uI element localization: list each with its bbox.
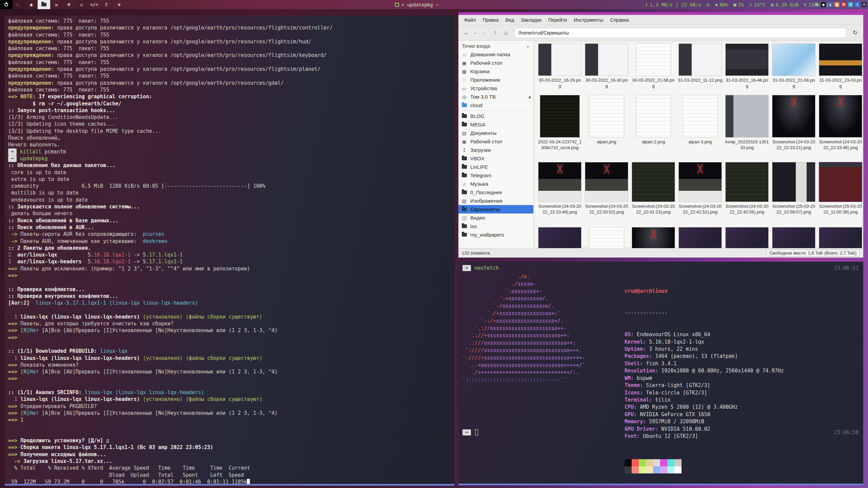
info-shell: Shell: fish 3.4.1 (625, 360, 784, 367)
file-item[interactable]: 30-03-2022_16-29.png (536, 43, 583, 94)
palette-swatch (646, 466, 653, 473)
firefox-icon[interactable]: ◉ (25, 0, 38, 9)
sidebar-item-VBOX[interactable]: VBOX (458, 154, 533, 163)
menu-item-Правка[interactable]: Правка (479, 16, 501, 24)
menu-item-Файл[interactable]: Файл (461, 16, 479, 24)
file-item[interactable]: 31-03-2022_23-03.png (817, 43, 863, 94)
keepassxc-icon[interactable]: ◈ (821, 2, 826, 7)
sidebar-item-Загрузки[interactable]: ↧Загрузки (458, 146, 533, 154)
terminal-line (8, 341, 451, 348)
sidebar-item-my_wallpapers[interactable]: my_wallpapers (458, 230, 533, 239)
file-item[interactable]: ksnip_20220323-130133.png (724, 94, 770, 161)
info-icon[interactable]: i (855, 2, 860, 7)
file-item[interactable]: 31-03-2022_16-46.png (724, 43, 770, 94)
menu-item-Инструменты[interactable]: Инструменты (571, 16, 606, 24)
menu-item-Закладки[interactable]: Закладки (518, 16, 545, 24)
power-icon[interactable] (0, 0, 13, 9)
sidebar-item-Устройства[interactable]: ▭Устройства (458, 84, 533, 93)
image-icon[interactable]: ▨ (75, 0, 88, 9)
key-icon[interactable]: ♇ (100, 0, 113, 9)
back-button[interactable]: ← (462, 28, 471, 38)
up-button[interactable]: ↑ (490, 28, 500, 38)
sidebar-item-Домашняя папка[interactable]: ⌂Домашняя папка (458, 50, 533, 59)
sidebar-item-Telegram[interactable]: Telegram (458, 171, 533, 180)
icon-view[interactable]: 30-03-2022_16-29.png30-03-2022_16-30.png… (534, 41, 863, 248)
sidebar-item-BLOG[interactable]: BLOG (458, 112, 533, 120)
sidebar-item-cloud[interactable]: cloud (458, 101, 533, 109)
mega-icon[interactable]: M (841, 2, 846, 7)
sidebar-item-Рабочий стол[interactable]: ▣Рабочий стол (458, 59, 533, 67)
file-item[interactable]: Screenshot-(24-03-2022_22:33:49).png (536, 161, 583, 226)
update-arrow-icon[interactable]: ▲ (828, 2, 833, 7)
sidebar-item-Музыка[interactable]: ♫Музыка (458, 180, 533, 188)
file-item[interactable]: Screenshot-(24-03-2022_22:41:52).png (677, 161, 724, 226)
sidebar-item-Корзина[interactable]: ▦Корзина (458, 67, 533, 76)
file-item[interactable]: Screenshot-(24-03-2022_22:41:23).png (630, 161, 677, 226)
update-terminal-window[interactable]: файловая система: 775 пакет: 755предупре… (5, 16, 454, 486)
file-item[interactable]: 31-03-2022_21-08.png (770, 43, 817, 94)
lamp-icon[interactable]: ☉ (862, 2, 867, 7)
history-dropdown[interactable]: ⌄ (473, 28, 478, 38)
file-item[interactable]: alpari.png (583, 94, 630, 161)
file-item[interactable]: Screenshot-(25-03-2022_10:59:07).png (770, 161, 817, 226)
chat-icon[interactable]: ✉ (50, 0, 63, 9)
sidebar-item-MEGA[interactable]: MEGA (458, 120, 533, 129)
file-item-clipped[interactable] (817, 226, 863, 248)
file-item-clipped[interactable] (677, 226, 724, 248)
terminal-line: предупреждение: права доступа различаютс… (8, 38, 451, 45)
memory-stat: ▥6.29 GiB (771, 2, 798, 7)
media-icon[interactable]: ⊚ (113, 0, 125, 9)
sidebar-item-Приложения[interactable]: ∷Приложения (458, 76, 533, 84)
file-item-clipped[interactable] (583, 226, 630, 248)
usb-icon[interactable]: ⊟ (814, 2, 819, 7)
eject-icon[interactable]: ▴ (529, 95, 531, 98)
sidebar-item-0_Последнее[interactable]: 0_Последнее (458, 188, 533, 197)
neofetch-terminal-window[interactable]: ~ neofetch 23:06:52 ./o. ./sssso- `:osss… (458, 262, 863, 485)
variety-icon[interactable]: ▼ (848, 2, 853, 7)
terminal-icon[interactable]: >_ (13, 0, 25, 9)
menu-item-Вид[interactable]: Вид (502, 16, 517, 24)
menu-item-Справка[interactable]: Справка (607, 16, 632, 24)
path-input[interactable] (515, 28, 846, 38)
terminal-line: 1 linux-lqx (linux-lqx linux-lqx-headers… (8, 313, 451, 320)
sidebar-item-Скриншоты[interactable]: Скриншоты (458, 205, 533, 214)
menu-item-Перейти[interactable]: Перейти (545, 16, 570, 24)
sidebar-item-Изображения[interactable]: ▨Изображения (458, 197, 533, 205)
file-item[interactable]: Screenshot-(24-03-2022_22:42:05).png (724, 161, 770, 226)
file-item-clipped[interactable] (536, 226, 583, 248)
files-icon[interactable] (38, 0, 50, 9)
rss-icon[interactable]: ◉ (834, 2, 840, 7)
folder-glyph (462, 207, 467, 211)
file-item[interactable]: Screenshot-(24-03-2022_22:33:52).png (583, 161, 630, 226)
sidebar-item-iso[interactable]: iso (458, 222, 533, 230)
reload-icon[interactable]: ↻ (850, 28, 860, 38)
file-item[interactable]: 31-03-2022_11-12.png (677, 43, 724, 94)
code-icon[interactable]: </> (88, 0, 100, 9)
file-item[interactable]: alpari-3.png (677, 94, 724, 161)
file-item[interactable]: 30-03-2022_16-30.png (583, 43, 630, 94)
file-item[interactable]: Screenshot-(24-03-2022_22:33:46).png (817, 94, 863, 161)
sidebar-item-LinLIFE[interactable]: LinLIFE (458, 163, 533, 171)
terminal-line: ==> 1 (8, 416, 451, 423)
file-item[interactable]: Screenshot-(24-03-2022_22:33:21).png (770, 94, 817, 161)
windows-icon[interactable]: ⊞ (63, 0, 75, 9)
system-stats: ↕1.3 MB/s | 22 KB/s◔◀80%▦2%↧33°C▥6.29 Gi… (645, 0, 831, 9)
file-manager-window[interactable]: ФайлПравкаВидЗакладкиПерейтиИнструментыС… (458, 12, 863, 258)
file-item[interactable]: 2022-03-24-223742_1308x710_scrot.png (536, 94, 583, 161)
sidebar-item-Рабочий стол[interactable]: ▣Рабочий стол (458, 137, 533, 146)
file-item-clipped[interactable] (630, 226, 677, 248)
file-item[interactable]: alpari-2.png (630, 94, 677, 161)
sidebar-item-Том 3,0 ТВ[interactable]: ◎Том 3,0 ТВ▴ (458, 93, 533, 101)
sidebar-item-Документы[interactable]: ▤Документы (458, 129, 533, 137)
sidebar-item-Видео[interactable]: ◫Видео (458, 214, 533, 222)
file-item-clipped[interactable] (724, 226, 770, 248)
forward-button[interactable]: → (479, 28, 489, 38)
temperature-value: 33°C (754, 2, 766, 7)
chevron-down-icon[interactable]: ⌄ (526, 43, 530, 49)
file-item[interactable]: Screenshot-(25-03-2022_11:00:39).png (817, 161, 863, 226)
home-button[interactable]: ⌂ (501, 28, 511, 38)
file-item[interactable]: 30-03-2022_21-56.png (630, 43, 677, 94)
workspace-switcher: >_◉✉⊞▨</>♇⊚ (0, 0, 125, 9)
file-item-clipped[interactable] (770, 226, 817, 248)
places-header[interactable]: Точки входа ⌄ (458, 41, 533, 50)
